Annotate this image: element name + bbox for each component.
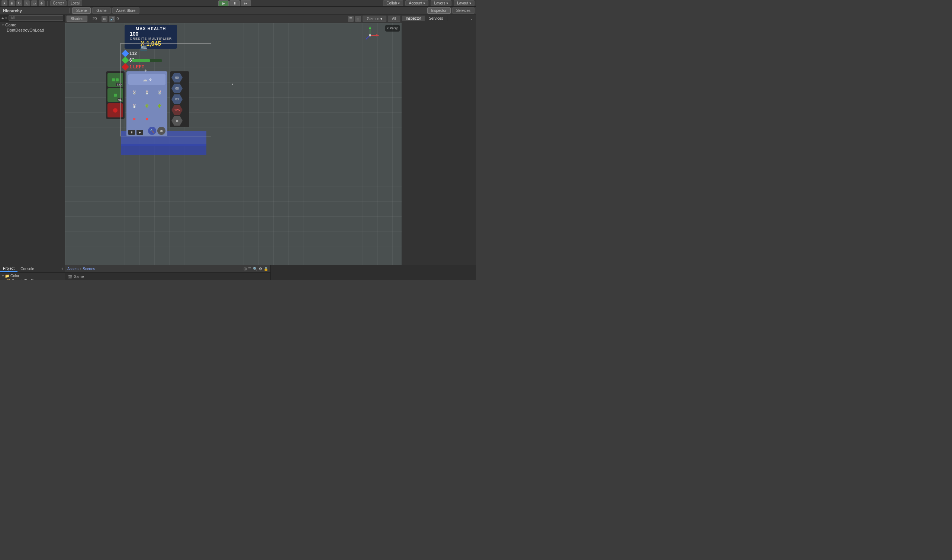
hierarchy-search-input[interactable]	[9, 15, 63, 21]
file-list: 🎬 Game 🎬 Leaderboards 🎬 LeaderboardsNoPr…	[65, 273, 270, 280]
play-button[interactable]: ▶	[218, 0, 229, 6]
unity-logo-icon[interactable]: ✦	[2, 0, 8, 6]
main-layout: + ▾ ▾ Game DontDestroyOnLoad Shaded 20 ⊕…	[0, 15, 476, 265]
scene-file-icon: 🎬	[68, 275, 72, 279]
unit-icon	[112, 79, 115, 82]
scene-panel: Shaded 20 ⊕ 🔊 0 ☰ ⊞ Gizmos ▾ All	[65, 15, 402, 265]
ship-sprite: 🚢	[139, 43, 148, 52]
hierarchy-search-icon: ▾	[5, 16, 7, 20]
transform-icon[interactable]: ⊕	[9, 0, 15, 6]
scene-icon2[interactable]: ⊞	[355, 16, 361, 22]
hierarchy-game-label: Game	[5, 23, 16, 27]
hierarchy-dontdestroy-label: DontDestroyOnLoad	[7, 28, 44, 32]
project-content: ▾ 📁 Color 📁 GooglePlayGames 📁 Parse 📁 Pl…	[0, 273, 65, 280]
svg-point-5	[369, 34, 371, 36]
center-button[interactable]: Center	[50, 0, 66, 6]
inspector-tab[interactable]: Inspector	[427, 8, 451, 14]
browser-icon2[interactable]: ☰	[248, 267, 251, 271]
layout-button[interactable]: Layout ▾	[454, 0, 474, 6]
scale-icon[interactable]: ⤡	[24, 0, 30, 6]
tree-item-color[interactable]: ▾ 📁 Color	[1, 273, 64, 278]
blue-base2	[121, 144, 206, 155]
project-panel: Project Console + ▾ 📁 Color 📁 GooglePlay…	[0, 265, 65, 280]
tree-item-googleplaygames[interactable]: 📁 GooglePlayGames	[1, 278, 64, 280]
scene-tab-toolbar: Hierarchy Scene Game Asset Store Inspect…	[0, 7, 476, 15]
layers-button[interactable]: Layers ▾	[431, 0, 451, 6]
unit-icons-1	[112, 79, 119, 82]
file-browser: Assets › Scenes ⊞ ☰ 🔍 ⚙ 🔒 🎬 Game 🎬 Leade…	[65, 265, 271, 280]
scene-content[interactable]: < Persp MAX HEALTH 100 CREDITS MULTIPLIE…	[65, 23, 402, 265]
svg-marker-1	[376, 34, 379, 36]
console-tab[interactable]: Console	[17, 266, 37, 272]
pivot-icon[interactable]: ✛	[39, 0, 45, 6]
tree-label: GooglePlayGames	[12, 279, 43, 280]
hierarchy-item-dontdestroy[interactable]: DontDestroyOnLoad	[1, 28, 64, 33]
game-tab[interactable]: Game	[92, 8, 110, 14]
all-layers[interactable]: All	[388, 15, 400, 22]
scene-icon1[interactable]: ☰	[348, 16, 354, 22]
hierarchy-search-bar: + ▾	[0, 15, 65, 22]
arrow-icon: ▾	[2, 274, 4, 278]
breadcrumb-sep: ›	[80, 267, 81, 271]
sep2	[85, 1, 85, 6]
max-health-val: 100	[130, 31, 138, 37]
file-browser-header: Assets › Scenes ⊞ ☰ 🔍 ⚙ 🔒	[65, 265, 270, 273]
persp-text: < Persp	[387, 26, 398, 30]
unit-icon3	[113, 108, 117, 113]
scene-toolbar: Shaded 20 ⊕ 🔊 0 ☰ ⊞ Gizmos ▾ All	[65, 15, 402, 23]
add-hierarchy-button[interactable]: +	[2, 16, 4, 20]
inspector-bottom-panel	[271, 265, 476, 280]
svg-marker-3	[369, 26, 371, 29]
folder-icon: 📁	[5, 274, 9, 278]
project-add-btn[interactable]: +	[60, 266, 65, 272]
gizmos-dropdown[interactable]: Gizmos ▾	[363, 15, 386, 22]
browser-icon4[interactable]: ⚙	[259, 267, 262, 271]
file-item-leaderboards[interactable]: 🎬 Leaderboards	[66, 279, 269, 280]
browser-icon3[interactable]: 🔍	[253, 267, 257, 271]
asset-store-tab[interactable]: Asset Store	[112, 8, 140, 14]
hierarchy-item-game[interactable]: ▾ Game	[1, 22, 64, 28]
cursor-pos	[232, 83, 233, 85]
folder-icon: 📁	[6, 279, 11, 280]
project-tab[interactable]: Project	[0, 266, 17, 272]
persp-label: < Persp	[385, 25, 400, 32]
pause-button[interactable]: ⏸	[229, 0, 240, 6]
unit-icon2	[114, 94, 117, 97]
top-toolbar: ✦ ⊕ ↻ ⤡ ▭ ✛ Center Local ▶ ⏸ ⏭ Collab ▾ …	[0, 0, 476, 7]
hierarchy-panel: + ▾ ▾ Game DontDestroyOnLoad	[0, 15, 65, 265]
unit-icon	[116, 79, 119, 82]
shading-dropdown[interactable]: Shaded	[66, 15, 87, 22]
play-controls: ▶ ⏸ ⏭	[218, 0, 251, 6]
project-tabs: Project Console +	[0, 265, 65, 273]
scene-tab[interactable]: Scene	[72, 8, 91, 14]
rect-icon[interactable]: ▭	[31, 0, 37, 6]
inspector-tab-inspector[interactable]: Inspector	[402, 15, 425, 21]
browser-icon5[interactable]: 🔒	[264, 267, 268, 271]
file-label-game: Game	[74, 275, 83, 279]
file-tree: ▾ 📁 Color 📁 GooglePlayGames 📁 Parse 📁 Pl…	[0, 273, 65, 280]
breadcrumb-scenes[interactable]: Scenes	[83, 267, 95, 271]
scene-tool1[interactable]: ⊕	[102, 16, 107, 22]
local-button[interactable]: Local	[68, 0, 82, 6]
gizmo-axes	[361, 26, 379, 45]
max-health-label: MAX HEALTH	[130, 26, 172, 31]
hierarchy-content: ▾ Game DontDestroyOnLoad	[0, 22, 65, 265]
inspector-more-btn[interactable]: ⋮	[467, 15, 476, 22]
hierarchy-title-spacer: Hierarchy	[2, 9, 66, 13]
bottom-section: Project Console + ▾ 📁 Color 📁 GooglePlay…	[0, 265, 476, 280]
selection-box	[120, 43, 211, 136]
sep1	[47, 1, 48, 6]
inspector-tab-services[interactable]: Services	[425, 15, 447, 21]
arrow-icon: ▾	[2, 23, 4, 27]
account-button[interactable]: Account ▾	[405, 0, 428, 6]
credits-multiplier-label: CREDITS MULTIPLIER	[130, 37, 172, 40]
collab-button[interactable]: Collab ▾	[383, 0, 403, 6]
step-button[interactable]: ⏭	[241, 0, 251, 6]
browser-icon1[interactable]: ⊞	[244, 267, 247, 271]
file-item-game[interactable]: 🎬 Game	[66, 274, 269, 279]
scene-tool2[interactable]: 🔊	[109, 16, 115, 22]
rotate-icon[interactable]: ↻	[16, 0, 22, 6]
services-tab[interactable]: Services	[452, 8, 474, 14]
breadcrumb-assets[interactable]: Assets	[67, 267, 79, 271]
sep3	[69, 8, 70, 13]
